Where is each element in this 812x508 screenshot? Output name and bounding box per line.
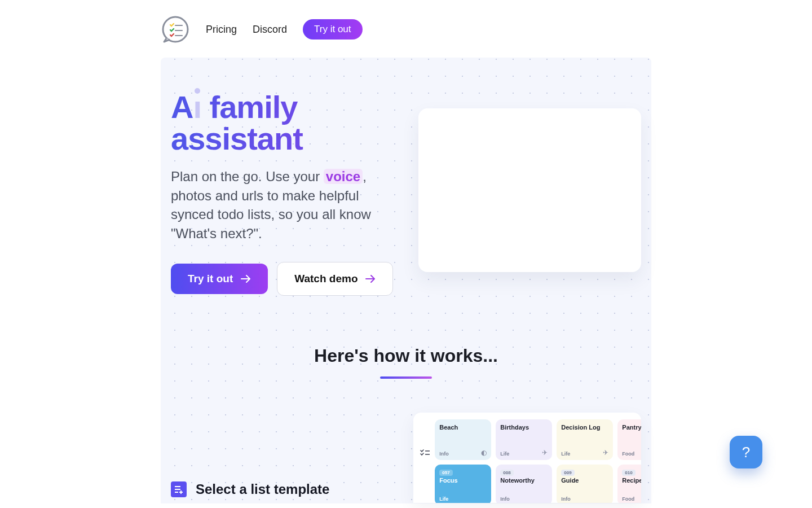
svg-rect-6	[175, 492, 178, 493]
template-card[interactable]: PantryFood	[617, 419, 641, 460]
hero-title-i: ı	[193, 89, 201, 125]
arrow-right-icon	[241, 275, 251, 283]
template-badge: 008	[500, 470, 513, 476]
how-underline	[380, 376, 432, 379]
template-card[interactable]: BeachInfo◐	[435, 419, 491, 460]
template-badge: 057	[439, 470, 452, 476]
question-icon: ?	[742, 444, 750, 461]
template-category: Life	[439, 496, 448, 502]
templates-panel: BeachInfo◐BirthdaysLife✈Decision LogLife…	[413, 413, 641, 503]
template-corner-icon: ◐	[481, 449, 487, 457]
hero-title-a: A	[171, 89, 193, 125]
hero-demo-card	[418, 108, 641, 272]
template-card[interactable]: 009GuideInfo	[557, 465, 613, 503]
try-it-out-button[interactable]: Try it out	[171, 264, 268, 294]
watch-demo-button[interactable]: Watch demo	[277, 262, 393, 296]
template-card[interactable]: 008NoteworthyInfo	[496, 465, 552, 503]
template-card[interactable]: BirthdaysLife✈	[496, 419, 552, 460]
step-1-title: Select a list template	[196, 481, 329, 497]
hero-subtitle: Plan on the go. Use your voice, photos a…	[171, 167, 401, 243]
hero-section: Aı family assistant Plan on the go. Use …	[161, 58, 651, 503]
template-category: Life	[561, 451, 570, 457]
hero-title: Aı family assistant	[171, 91, 401, 155]
template-badge: 009	[561, 470, 574, 476]
svg-rect-5	[175, 489, 180, 490]
template-category: Info	[439, 451, 449, 457]
template-category: Life	[500, 451, 509, 457]
how-heading: Here's how it works...	[171, 345, 641, 366]
hero-sub-voice: voice	[324, 169, 363, 184]
template-category: Food	[622, 451, 634, 457]
template-corner-icon: ✈	[542, 449, 548, 457]
try-it-out-label: Try it out	[188, 273, 233, 285]
template-card[interactable]: Decision LogLife✈	[557, 419, 613, 460]
nav-try-button[interactable]: Try it out	[303, 19, 363, 40]
hero-sub-before: Plan on the go. Use your	[171, 169, 324, 184]
list-plus-icon	[171, 481, 187, 497]
chat-list-icon	[161, 15, 190, 44]
top-nav: Pricing Discord Try it out	[161, 0, 651, 58]
help-button[interactable]: ?	[730, 436, 762, 468]
checklist-icon	[420, 419, 430, 503]
nav-discord[interactable]: Discord	[253, 24, 287, 36]
template-name: Decision Log	[561, 424, 608, 431]
logo[interactable]	[161, 15, 190, 44]
template-corner-icon: ✈	[603, 449, 608, 457]
template-card[interactable]: 057FocusLife	[435, 465, 491, 503]
template-category: Food	[622, 496, 634, 502]
template-name: Beach	[439, 424, 487, 431]
template-name: Birthdays	[500, 424, 548, 431]
template-badge: 010	[622, 470, 635, 476]
template-category: Info	[561, 496, 571, 502]
nav-pricing[interactable]: Pricing	[206, 24, 237, 36]
template-name: Pantry	[622, 424, 641, 431]
template-card[interactable]: 010RecipeFood	[617, 465, 641, 503]
svg-point-0	[163, 17, 188, 42]
svg-rect-4	[175, 486, 180, 487]
watch-demo-label: Watch demo	[294, 273, 358, 285]
template-name: Focus	[439, 477, 487, 484]
arrow-right-icon	[365, 275, 376, 283]
template-name: Noteworthy	[500, 477, 548, 484]
template-name: Recipe	[622, 477, 641, 484]
template-name: Guide	[561, 477, 608, 484]
template-category: Info	[500, 496, 510, 502]
